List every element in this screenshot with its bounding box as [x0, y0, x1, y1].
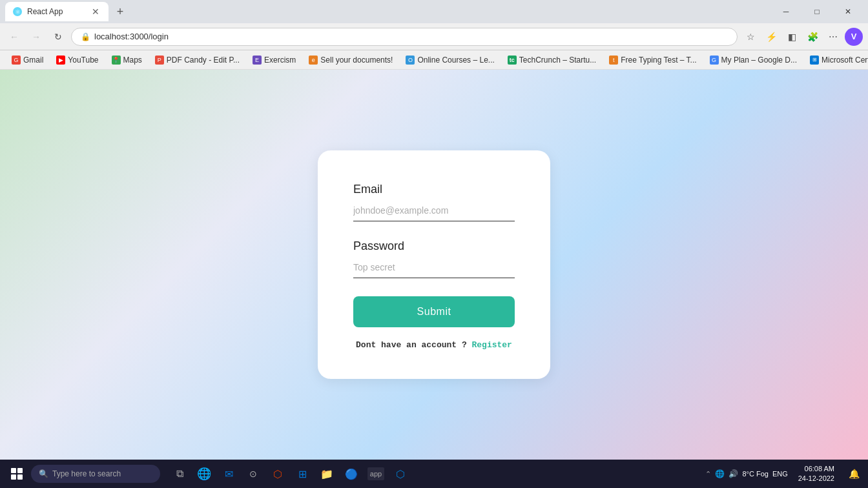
title-bar: ⚛ React App ✕ + ─ □ ✕ — [0, 0, 868, 23]
tray-expand-icon[interactable]: ⌃ — [705, 470, 711, 478]
profile-collections-icon[interactable]: ⚡ — [762, 28, 780, 46]
browser-tab[interactable]: ⚛ React App ✕ — [5, 2, 108, 21]
bookmark-ms-certified-label: Microsoft Certified:... — [822, 56, 868, 65]
system-clock[interactable]: 06:08 AM 24-12-2022 — [793, 464, 840, 484]
bookmark-pdf-candy-label: PDF Candy - Edit P... — [167, 56, 240, 65]
notification-icon: 🔔 — [849, 469, 860, 479]
youtube-favicon: ▶ — [56, 56, 65, 65]
taskbar-office[interactable]: ⬡ — [266, 462, 289, 485]
my-plan-favicon: G — [710, 56, 719, 65]
taskbar-custom-app[interactable]: app — [364, 462, 388, 485]
taskbar-chrome[interactable]: 🔵 — [340, 462, 363, 485]
sell-docs-favicon: e — [309, 56, 318, 65]
start-button[interactable] — [5, 462, 28, 485]
taskbar-search[interactable]: 🔍 Type here to search — [31, 465, 160, 483]
no-account-text: Dont have an account ? — [356, 340, 467, 350]
bookmark-maps[interactable]: 📍 Maps — [107, 54, 147, 66]
windows-store-icon: ⊞ — [298, 468, 307, 480]
tab-title: React App — [27, 7, 63, 16]
bookmark-ms-certified[interactable]: ⊞ Microsoft Certified:... — [805, 54, 868, 66]
bookmark-techcrunch-label: TechCrunch – Startu... — [519, 56, 596, 65]
bookmark-page-icon[interactable]: ☆ — [741, 28, 760, 46]
bookmark-gmail-label: Gmail — [23, 56, 43, 65]
taskbar-file-explorer[interactable]: 📁 — [315, 462, 338, 485]
address-text: localhost:3000/login — [94, 32, 728, 41]
bookmark-exercism[interactable]: E Exercism — [247, 54, 301, 66]
browser-sidebar-icon[interactable]: ◧ — [783, 28, 801, 46]
email-label: Email — [353, 183, 515, 196]
vscode-icon: ⬡ — [396, 468, 405, 480]
register-link[interactable]: Register — [472, 340, 512, 350]
bookmark-online-courses[interactable]: O Online Courses – Le... — [400, 54, 499, 66]
search-placeholder: Type here to search — [52, 469, 121, 478]
dell-icon: ⊙ — [249, 469, 257, 479]
browser-menu-icon[interactable]: ⋯ — [824, 28, 842, 46]
tab-favicon: ⚛ — [13, 7, 22, 16]
profile-icon[interactable]: V — [845, 28, 863, 46]
taskbar-edge[interactable]: 🌐 — [192, 462, 216, 485]
exercism-favicon: E — [253, 56, 262, 65]
notification-button[interactable]: 🔔 — [845, 465, 863, 483]
password-input[interactable] — [353, 259, 515, 278]
gmail-favicon: G — [12, 56, 21, 65]
bookmark-techcrunch[interactable]: tc TechCrunch – Startu... — [502, 54, 601, 66]
reload-button[interactable]: ↻ — [49, 28, 67, 46]
taskbar-task-view[interactable]: ⧉ — [168, 462, 191, 485]
bookmark-pdf-candy[interactable]: P PDF Candy - Edit P... — [150, 54, 245, 66]
password-label: Password — [353, 239, 515, 253]
address-bar: ← → ↻ 🔒 localhost:3000/login ☆ ⚡ ◧ 🧩 ⋯ V — [0, 23, 868, 50]
clock-date: 24-12-2022 — [798, 474, 834, 483]
office-icon: ⬡ — [273, 468, 282, 480]
login-card: Email Password Submit Dont have an accou… — [318, 150, 550, 379]
bookmark-free-typing-label: Free Typing Test – T... — [621, 56, 696, 65]
bookmark-my-plan-label: My Plan – Google D... — [721, 56, 797, 65]
extensions-icon[interactable]: 🧩 — [803, 28, 822, 46]
system-tray: ⌃ 🌐 🔊 8°C Fog ENG — [705, 469, 787, 478]
maps-favicon: 📍 — [112, 56, 121, 65]
back-button[interactable]: ← — [5, 28, 23, 46]
bookmark-gmail[interactable]: G Gmail — [6, 54, 48, 66]
maximize-button[interactable]: □ — [802, 2, 832, 21]
search-icon: 🔍 — [39, 469, 48, 478]
pdf-candy-favicon: P — [155, 56, 164, 65]
taskbar-dell[interactable]: ⊙ — [242, 462, 265, 485]
bookmark-exercism-label: Exercism — [264, 56, 296, 65]
bookmark-maps-label: Maps — [123, 56, 142, 65]
mail-icon: ✉ — [225, 468, 233, 480]
taskbar-windows-store[interactable]: ⊞ — [291, 462, 314, 485]
bookmark-youtube[interactable]: ▶ YouTube — [51, 54, 103, 66]
weather-text: 8°C Fog — [742, 470, 768, 478]
address-input[interactable]: 🔒 localhost:3000/login — [71, 28, 738, 46]
taskbar: 🔍 Type here to search ⧉ 🌐 ✉ ⊙ ⬡ ⊞ � — [0, 460, 868, 488]
custom-app-icon: app — [367, 467, 384, 480]
email-input[interactable] — [353, 203, 515, 221]
task-view-icon: ⧉ — [176, 468, 183, 480]
lock-icon: 🔒 — [81, 32, 90, 41]
edge-icon: 🌐 — [197, 467, 211, 481]
new-tab-button[interactable]: + — [111, 3, 129, 21]
tab-close-button[interactable]: ✕ — [90, 6, 101, 17]
techcrunch-favicon: tc — [508, 56, 517, 65]
free-typing-favicon: t — [609, 56, 618, 65]
page-content: Email Password Submit Dont have an accou… — [0, 70, 868, 460]
bookmark-free-typing[interactable]: t Free Typing Test – T... — [604, 54, 701, 66]
taskbar-right: ⌃ 🌐 🔊 8°C Fog ENG 06:08 AM 24-12-2022 🔔 — [705, 464, 863, 484]
bookmark-sell-docs-label: Sell your documents! — [320, 56, 393, 65]
bookmark-sell-docs[interactable]: e Sell your documents! — [304, 54, 398, 66]
taskbar-vscode[interactable]: ⬡ — [389, 462, 412, 485]
close-button[interactable]: ✕ — [833, 2, 863, 21]
taskbar-apps: ⧉ 🌐 ✉ ⊙ ⬡ ⊞ 📁 🔵 app — [168, 462, 412, 485]
submit-button[interactable]: Submit — [353, 296, 515, 327]
window-controls: ─ □ ✕ — [771, 2, 863, 21]
toolbar-icons: ☆ ⚡ ◧ 🧩 ⋯ V — [741, 28, 863, 46]
minimize-button[interactable]: ─ — [771, 2, 801, 21]
forward-button[interactable]: → — [27, 28, 45, 46]
online-courses-favicon: O — [406, 56, 415, 65]
bookmark-my-plan[interactable]: G My Plan – Google D... — [705, 54, 802, 66]
windows-logo-icon — [11, 468, 23, 480]
taskbar-mail[interactable]: ✉ — [217, 462, 240, 485]
bookmark-youtube-label: YouTube — [68, 56, 98, 65]
chrome-icon: 🔵 — [345, 468, 358, 480]
register-row: Dont have an account ? Register — [353, 340, 515, 350]
ms-certified-favicon: ⊞ — [810, 56, 819, 65]
